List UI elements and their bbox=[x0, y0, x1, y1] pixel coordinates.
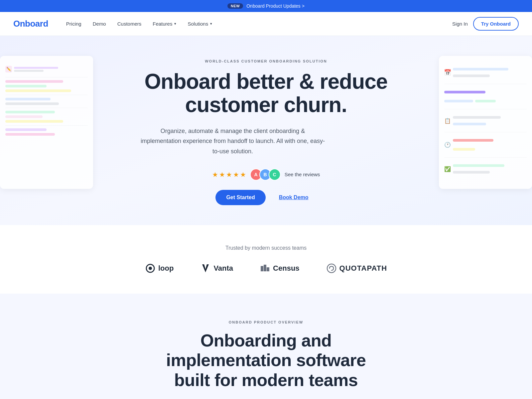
logo[interactable]: Onboard bbox=[13, 19, 48, 29]
hero-mockup-right: 📅 📋 🕐 bbox=[439, 56, 532, 189]
hero-eyebrow: WORLD-CLASS CUSTOMER ONBOARDING SOLUTION bbox=[140, 59, 392, 63]
loop-label: loop bbox=[158, 264, 174, 273]
star-3: ★ bbox=[226, 171, 232, 179]
product-overview-section: ONBOARD PRODUCT OVERVIEW Onboarding and … bbox=[0, 294, 532, 399]
logo-quotapath: QUOTAPATH bbox=[326, 263, 387, 274]
hero-content: WORLD-CLASS CUSTOMER ONBOARDING SOLUTION… bbox=[140, 59, 392, 205]
trusted-label: Trusted by modern success teams bbox=[13, 245, 519, 251]
mock-check-icon: ✅ bbox=[444, 166, 451, 172]
book-demo-button[interactable]: Book Demo bbox=[271, 190, 317, 205]
nav-customers[interactable]: Customers bbox=[113, 18, 146, 29]
nav-solutions[interactable]: Solutions ▾ bbox=[183, 18, 217, 29]
see-reviews-link[interactable]: See the reviews bbox=[285, 172, 320, 177]
logo-loop: loop bbox=[145, 263, 174, 274]
star-1: ★ bbox=[212, 171, 218, 179]
top-banner: NEW Onboard Product Updates > bbox=[0, 0, 532, 12]
hero-section: ✏️ 📅 bbox=[0, 36, 532, 225]
avatar-3: C bbox=[269, 169, 281, 181]
banner-link[interactable]: Onboard Product Updates > bbox=[246, 3, 305, 9]
svg-point-2 bbox=[327, 264, 336, 273]
svg-point-1 bbox=[149, 267, 152, 270]
census-label: Census bbox=[273, 264, 299, 273]
logo-census: Census bbox=[260, 263, 299, 274]
nav-pricing[interactable]: Pricing bbox=[62, 18, 86, 29]
star-2: ★ bbox=[219, 171, 225, 179]
hero-description: Organize, automate & manage the client o… bbox=[140, 126, 326, 157]
mock-clock-icon: 🕐 bbox=[444, 142, 451, 148]
get-started-button[interactable]: Get Started bbox=[215, 190, 265, 205]
star-rating: ★ ★ ★ ★ ★ bbox=[212, 171, 246, 179]
star-5: ★ bbox=[240, 171, 246, 179]
quotapath-label: QUOTAPATH bbox=[339, 264, 387, 273]
nav-features[interactable]: Features ▾ bbox=[148, 18, 181, 29]
reviews-row: ★ ★ ★ ★ ★ A B C See the reviews bbox=[140, 169, 392, 181]
reviewer-avatars: A B C bbox=[250, 169, 281, 181]
hero-mockup-left: ✏️ bbox=[0, 56, 93, 189]
cta-buttons: Get Started Book Demo bbox=[140, 190, 392, 205]
nav-links: Pricing Demo Customers Features ▾ Soluti… bbox=[62, 18, 452, 29]
overview-eyebrow: ONBOARD PRODUCT OVERVIEW bbox=[13, 320, 519, 324]
hero-title: Onboard better & reduce customer churn. bbox=[140, 70, 392, 117]
nav-right: Sign In Try Onboard bbox=[452, 17, 519, 31]
nav-demo[interactable]: Demo bbox=[88, 18, 111, 29]
trusted-section: Trusted by modern success teams loop Van… bbox=[0, 225, 532, 294]
quotapath-icon bbox=[326, 263, 337, 274]
mock-edit-icon: ✏️ bbox=[5, 66, 12, 72]
solutions-chevron-icon: ▾ bbox=[210, 22, 212, 26]
census-icon bbox=[260, 263, 270, 274]
vanta-icon bbox=[200, 263, 211, 274]
star-4: ★ bbox=[233, 171, 239, 179]
vanta-label: Vanta bbox=[213, 264, 233, 273]
logo-vanta: Vanta bbox=[200, 263, 233, 274]
sign-in-link[interactable]: Sign In bbox=[452, 21, 468, 27]
mock-calendar-icon: 📅 bbox=[444, 69, 451, 76]
banner-badge: NEW bbox=[227, 3, 243, 9]
loop-icon bbox=[145, 263, 156, 274]
overview-title: Onboarding and implementation software b… bbox=[150, 331, 382, 390]
features-chevron-icon: ▾ bbox=[174, 22, 176, 26]
company-logos: loop Vanta Census bbox=[13, 263, 519, 274]
mock-list-icon: 📋 bbox=[444, 117, 451, 124]
navbar: Onboard Pricing Demo Customers Features … bbox=[0, 12, 532, 36]
try-onboard-button[interactable]: Try Onboard bbox=[473, 17, 519, 31]
